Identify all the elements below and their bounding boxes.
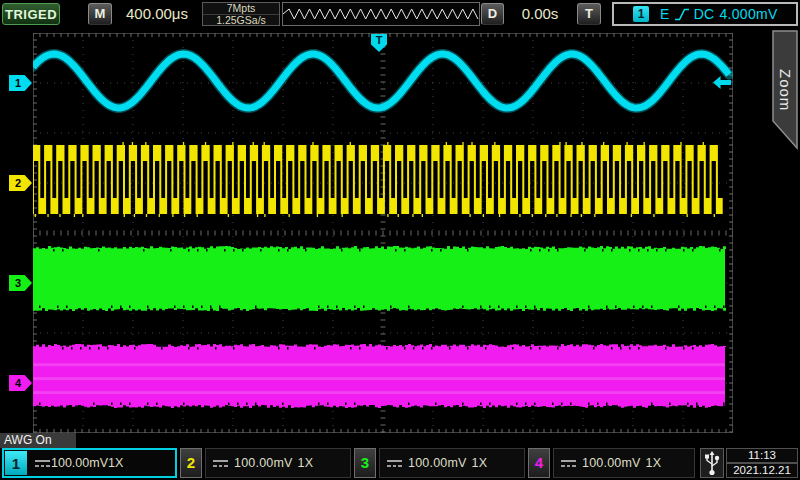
- trigger-level-readout: 4.000mV: [719, 6, 777, 22]
- waveform-preview-zigzag-icon: [283, 3, 479, 25]
- channel-4-probe: 1X: [646, 456, 662, 470]
- trigger-menu-button[interactable]: T: [577, 3, 601, 25]
- zoom-tab-label: Zoom: [776, 52, 794, 128]
- awg-status-label: AWG On: [0, 433, 76, 448]
- rising-edge-icon: [674, 7, 690, 22]
- channel-4-status-block[interactable]: 100.00mV 1X: [553, 448, 695, 478]
- trigger-source-channel-badge: 1: [633, 6, 649, 22]
- dc-coupling-icon: [34, 458, 51, 468]
- sample-rate: 1.25GSa/s: [203, 15, 279, 26]
- trigger-status-badge: TRIGED: [2, 3, 60, 25]
- trigger-type-label: E: [660, 6, 670, 22]
- clock-date: 2021.12.21: [726, 463, 798, 478]
- delay-menu-button[interactable]: D: [481, 3, 504, 25]
- horizontal-delay-readout: 0.00s: [505, 3, 575, 25]
- channel-3-scale: 100.00mV: [408, 456, 467, 470]
- clock-time: 11:13: [726, 448, 798, 463]
- channel-1-scale: 100.00mV: [51, 456, 108, 470]
- channel-4-position-marker[interactable]: 4: [9, 375, 32, 391]
- channel-2-scale: 100.00mV: [234, 456, 293, 470]
- graticule-and-waveforms: [33, 33, 733, 433]
- channel-1-position-marker[interactable]: 1: [9, 75, 32, 91]
- trigger-info-box: 1 E DC 4.000mV: [612, 2, 798, 26]
- channel-2-badge[interactable]: 2: [180, 448, 202, 478]
- timebase-readout: 400.00μs: [112, 3, 202, 25]
- dc-coupling-icon: [386, 458, 403, 468]
- channel-3-status-block[interactable]: 100.00mV 1X: [379, 448, 525, 478]
- usb-icon: [704, 450, 720, 476]
- oscilloscope-screen: TRIGED M 400.00μs 7Mpts 1.25GSa/s D 0.00…: [0, 0, 800, 480]
- channel-4-badge[interactable]: 4: [528, 448, 550, 478]
- zoom-side-tab[interactable]: Zoom: [772, 30, 798, 150]
- acquisition-info-box: 7Mpts 1.25GSa/s: [202, 2, 280, 26]
- channel-2-status-block[interactable]: 100.00mV 1X: [205, 448, 351, 478]
- dc-coupling-icon: [560, 458, 577, 468]
- top-status-bar: TRIGED M 400.00μs 7Mpts 1.25GSa/s D 0.00…: [0, 0, 800, 29]
- horizontal-menu-button[interactable]: M: [88, 3, 112, 25]
- channel-2-position-marker[interactable]: 2: [9, 175, 32, 191]
- waveform-preview: [282, 2, 480, 26]
- channel-3-badge[interactable]: 3: [354, 448, 376, 478]
- channel-1-probe: 1X: [108, 456, 123, 470]
- channel-4-scale: 100.00mV: [582, 456, 641, 470]
- usb-status-box: [700, 448, 724, 478]
- channel-3-probe: 1X: [472, 456, 488, 470]
- trigger-coupling-label: DC: [694, 6, 715, 22]
- channel-1-status-block[interactable]: 1 100.00mV 1X: [2, 448, 177, 478]
- channel-1-badge[interactable]: 1: [5, 451, 27, 475]
- dc-coupling-icon: [212, 458, 229, 468]
- channel-2-probe: 1X: [298, 456, 314, 470]
- channel-3-position-marker[interactable]: 3: [9, 275, 32, 291]
